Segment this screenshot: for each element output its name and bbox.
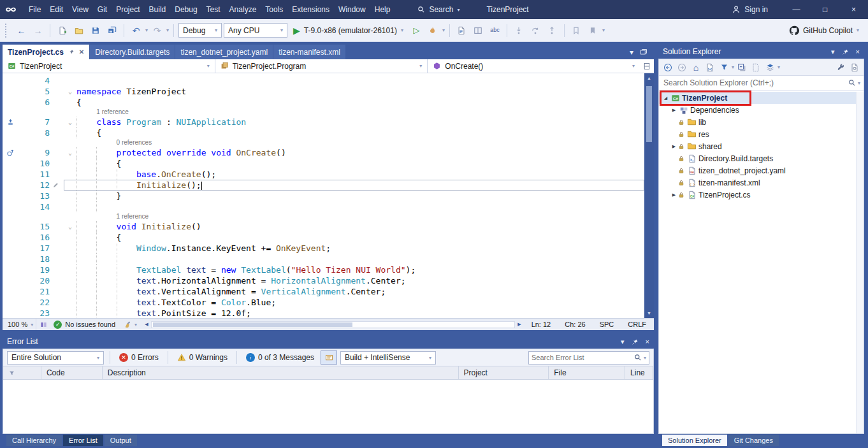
menu-edit[interactable]: Edit [45,3,68,17]
navigate-back-icon[interactable]: ← [14,23,29,38]
panel-tab-error-list[interactable]: Error List [63,435,103,446]
collapse-chevron-icon[interactable]: ⌄ [64,221,76,232]
source-filter-dropdown[interactable]: Build + IntelliSense ▾ [340,351,436,365]
document-list-dropdown-icon[interactable]: ▾ [630,48,633,57]
column-header-description[interactable]: Description [103,366,459,379]
tree-item-tizenproject-cs[interactable]: ▶C#TizenProject.cs [659,189,856,201]
tree-item-tizenproject[interactable]: ◢C#TizenProject [659,92,856,104]
menu-view[interactable]: View [68,3,93,17]
scroll-down-arrow-icon[interactable]: ▼ [644,308,654,318]
errors-filter-button[interactable]: ✕ 0 Errors [116,350,162,365]
scroll-left-arrow-icon[interactable]: ◀ [143,322,149,327]
hot-reload-icon[interactable] [426,23,440,38]
start-debugging-button[interactable]: ▶ T-9.0-x86 (emulator-26101) ▾ [289,23,407,38]
panel-tab-call-hierarchy[interactable]: Call Hierarchy [6,435,62,446]
sign-in-button[interactable]: Sign in [732,5,768,14]
menu-analyze[interactable]: Analyze [225,3,261,17]
tree-item-lib[interactable]: lib [659,116,856,128]
override-glyph-icon[interactable] [3,147,18,158]
codelens-label[interactable]: 1 reference [117,213,149,220]
warnings-filter-button[interactable]: 0 Warnings [174,350,231,365]
pin-icon[interactable] [842,48,849,55]
chevron-down-icon[interactable]: ▾ [166,27,169,33]
document-properties-icon[interactable] [454,23,469,38]
step-into-icon[interactable] [512,23,526,38]
tree-item-shared[interactable]: ▶shared [659,140,856,152]
bookmark-previous-icon[interactable] [569,23,584,38]
properties-icon[interactable] [848,61,861,75]
solution-explorer-search-input[interactable] [659,78,848,87]
menu-git[interactable]: Git [93,3,112,17]
vertical-scrollbar-thumb[interactable] [646,86,652,142]
panel-tab-solution-explorer[interactable]: Solution Explorer [662,435,727,446]
split-editor-button[interactable] [640,59,654,73]
document-health-indicator[interactable]: ✓ No issues found [51,321,118,329]
column-header-code[interactable]: Code [41,366,103,379]
messages-toggle-button[interactable] [321,350,337,365]
new-project-icon[interactable] [55,23,69,38]
horizontal-scrollbar-track[interactable] [151,321,516,328]
show-all-files-icon[interactable] [749,61,762,75]
solution-configuration-dropdown[interactable]: Debug ▾ [178,23,222,38]
collapse-chevron-icon[interactable]: ⌄ [64,147,76,158]
editor-tab-tizenproject-cs[interactable]: TizenProject.cs✕ [3,45,89,59]
menu-project[interactable]: Project [112,3,144,17]
redo-icon[interactable]: ↷ [150,23,164,38]
window-position-icon[interactable]: ▾ [831,48,835,56]
collapse-chevron-icon[interactable]: ⌄ [64,117,76,127]
codelens-label[interactable]: 0 references [117,139,152,146]
wrench-icon[interactable] [834,61,847,75]
tree-item-res[interactable]: res [659,128,856,140]
open-file-icon[interactable] [71,23,86,38]
undo-icon[interactable]: ↶ [129,23,143,38]
error-list-title-bar[interactable]: Error List ▾ × [3,335,654,349]
column-header-project[interactable]: Project [459,366,549,379]
project-dropdown[interactable]: C# TizenProject ▾ [3,59,215,73]
sync-with-active-document-icon[interactable] [704,61,716,75]
horizontal-scrollbar[interactable]: ◀ ▶ [143,321,523,329]
chevron-down-icon[interactable]: ▾ [145,27,148,33]
step-out-icon[interactable] [545,23,560,38]
expand-arrow-icon[interactable]: ▶ [670,108,678,113]
error-list-search[interactable]: ▾ [528,351,649,365]
inherit-glyph-icon[interactable] [3,117,18,127]
forward-circle-icon[interactable] [676,61,688,75]
column-header-file[interactable]: File [549,366,625,379]
menu-extensions[interactable]: Extensions [287,3,334,17]
expand-arrow-icon[interactable]: ▶ [670,192,678,198]
bookmark-next-icon[interactable] [586,23,600,38]
menu-help[interactable]: Help [370,3,395,17]
save-all-icon[interactable] [105,23,119,38]
tree-item-tizen-manifest-xml[interactable]: tizen-manifest.xml [659,177,856,189]
collapse-all-icon[interactable] [735,61,748,75]
split-window-icon[interactable] [471,23,486,38]
editor-tab-tizen-manifest-xml[interactable]: tizen-manifest.xml [273,45,345,59]
menu-window[interactable]: Window [334,3,370,17]
navigate-forward-icon[interactable]: → [31,23,45,38]
solution-explorer-title-bar[interactable]: Solution Explorer ▾ × [658,45,864,59]
menu-debug[interactable]: Debug [170,3,201,17]
github-copilot-button[interactable]: GitHub Copilot ▾ [789,25,863,36]
solution-explorer-search[interactable]: ▾ [659,76,864,90]
code-cleanup-button[interactable]: ▾ [122,321,140,329]
horizontal-scrollbar-thumb[interactable] [153,322,352,327]
editor-tab-tizen-dotnet-project-yaml[interactable]: tizen_dotnet_project.yaml [175,45,273,59]
spell-check-icon[interactable]: abc [488,23,502,38]
panel-tab-output[interactable]: Output [105,435,137,446]
collapse-chevron-icon[interactable]: ⌄ [64,86,76,97]
menu-file[interactable]: File [24,3,45,17]
float-window-icon[interactable] [640,48,647,56]
column-header-line[interactable]: Line [625,366,653,379]
step-over-icon[interactable] [528,23,543,38]
menu-test[interactable]: Test [202,3,225,17]
chevron-down-icon[interactable]: ▾ [602,27,605,33]
scroll-up-arrow-icon[interactable]: ▲ [644,73,654,83]
collapse-arrow-icon[interactable]: ◢ [662,96,670,101]
chevron-down-icon[interactable]: ▾ [442,27,445,33]
error-list-body[interactable] [3,380,653,433]
code-editor[interactable]: 45⌄namespace TizenProject6{1 reference7⌄… [3,73,654,318]
messages-filter-button[interactable]: i 0 of 3 Messages [243,350,317,365]
error-list-search-input[interactable] [532,354,632,361]
chevron-down-icon[interactable]: ▾ [778,64,780,70]
scroll-right-arrow-icon[interactable]: ▶ [516,322,522,327]
